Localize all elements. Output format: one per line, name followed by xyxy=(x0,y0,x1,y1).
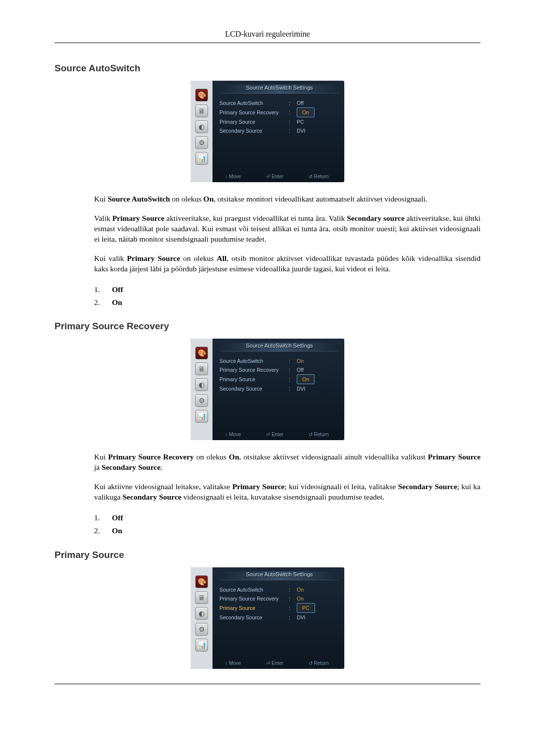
osd-setting-label: Primary Source xyxy=(219,117,289,126)
bold-text: Primary Source xyxy=(112,214,164,222)
osd-setting-row[interactable]: Source AutoSwitch:Off xyxy=(219,99,339,107)
osd-title: Source AutoSwitch Settings xyxy=(219,343,339,352)
bold-text: Secondary Source xyxy=(122,493,181,501)
osd-setting-label: Primary Source xyxy=(219,604,289,612)
osd-footer: ↕ Move⏎ Enter↺ Return xyxy=(213,432,341,437)
osd-menu-icon[interactable]: 📊 xyxy=(195,152,208,165)
colon: : xyxy=(289,117,294,126)
list-marker: 2. xyxy=(94,524,103,537)
osd-menu-icon[interactable]: 🖥 xyxy=(195,104,208,117)
list-item-label: Off xyxy=(112,511,123,524)
section-heading: Primary Source xyxy=(54,550,481,560)
osd-setting-value: On xyxy=(294,594,339,603)
colon: : xyxy=(289,126,294,135)
list-marker: 1. xyxy=(94,283,103,296)
bold-text: Primary Source xyxy=(127,254,180,262)
list-item: 1.Off xyxy=(94,511,481,524)
osd-setting-row[interactable]: Source AutoSwitch:On xyxy=(219,585,339,594)
osd-setting-value: PC xyxy=(294,117,339,126)
osd-setting-row[interactable]: Primary Source:On xyxy=(219,374,339,384)
bold-text: Source AutoSwitch xyxy=(107,195,170,203)
move-hint: ↕ Move xyxy=(225,174,241,179)
colon: : xyxy=(289,108,294,117)
bold-text: On xyxy=(204,195,214,203)
osd-setting-value: PC xyxy=(294,603,339,613)
osd-setting-value: On xyxy=(294,356,339,365)
osd-setting-label: Primary Source Recovery xyxy=(219,108,289,117)
osd-setting-label: Source AutoSwitch xyxy=(219,356,289,365)
colon: : xyxy=(289,99,294,107)
osd-menu-icon[interactable]: 🎨 xyxy=(195,575,208,588)
osd-main: Source AutoSwitch SettingsSource AutoSwi… xyxy=(213,567,344,669)
colon: : xyxy=(289,356,294,365)
osd-footer: ↕ Move⏎ Enter↺ Return xyxy=(213,174,341,179)
bold-text: Secondary source xyxy=(347,214,404,222)
osd-setting-row[interactable]: Secondary Source:DVI xyxy=(219,126,339,135)
bold-text: Secondary Source xyxy=(102,463,160,471)
list-item: 2.On xyxy=(94,296,481,309)
osd-menu-icon[interactable]: ◐ xyxy=(195,120,208,133)
osd-menu-icon[interactable]: 🎨 xyxy=(195,89,208,101)
osd-menu-icon[interactable]: 🖥 xyxy=(195,362,208,375)
osd-main: Source AutoSwitch SettingsSource AutoSwi… xyxy=(213,81,344,182)
osd-title: Source AutoSwitch Settings xyxy=(219,571,339,580)
osd-setting-label: Primary Source Recovery xyxy=(219,594,289,603)
osd-setting-label: Secondary Source xyxy=(219,613,289,622)
body-paragraph: Kui Primary Source Recovery on olekus On… xyxy=(94,452,481,473)
osd-setting-row[interactable]: Secondary Source:DVI xyxy=(219,613,339,622)
osd-setting-label: Secondary Source xyxy=(219,384,289,393)
body-paragraph: Valik Primary Source aktiveeritakse, kui… xyxy=(94,213,481,245)
osd-setting-label: Secondary Source xyxy=(219,126,289,135)
return-hint: ↺ Return xyxy=(309,174,329,179)
osd-menu-icon[interactable]: ◐ xyxy=(195,607,208,620)
osd-panel: 🎨🖥◐⚙📊Source AutoSwitch SettingsSource Au… xyxy=(191,81,344,182)
osd-setting-value: Off xyxy=(294,365,339,374)
osd-setting-row[interactable]: Primary Source Recovery:On xyxy=(219,594,339,603)
osd-setting-row[interactable]: Primary Source Recovery:Off xyxy=(219,365,339,374)
list-marker: 2. xyxy=(94,296,103,309)
osd-menu-icon[interactable]: 🎨 xyxy=(195,347,208,359)
osd-setting-value: Off xyxy=(294,99,339,107)
body-paragraph: Kui valik Primary Source on olekus All, … xyxy=(94,253,481,274)
osd-setting-value: On xyxy=(294,107,339,117)
osd-setting-row[interactable]: Primary Source:PC xyxy=(219,603,339,613)
osd-menu-icon[interactable]: 📊 xyxy=(195,639,208,652)
osd-title: Source AutoSwitch Settings xyxy=(219,85,339,94)
colon: : xyxy=(289,384,294,393)
enter-hint: ⏎ Enter xyxy=(266,660,283,666)
footer-rule xyxy=(54,684,481,684)
osd-menu-icon[interactable]: 🖥 xyxy=(195,591,208,604)
return-hint: ↺ Return xyxy=(309,432,329,437)
bold-text: Primary Source xyxy=(232,482,285,491)
osd-menu-icon[interactable]: ⚙ xyxy=(195,623,208,636)
osd-menu-icon[interactable]: ⚙ xyxy=(195,136,208,149)
colon: : xyxy=(289,585,294,594)
body-paragraph: Kui Source AutoSwitch on olekus On, otsi… xyxy=(94,194,481,204)
enter-hint: ⏎ Enter xyxy=(266,432,283,437)
osd-setting-row[interactable]: Source AutoSwitch:On xyxy=(219,356,339,365)
move-hint: ↕ Move xyxy=(225,432,241,437)
enter-hint: ⏎ Enter xyxy=(266,174,283,179)
osd-main: Source AutoSwitch SettingsSource AutoSwi… xyxy=(213,339,344,440)
osd-panel: 🎨🖥◐⚙📊Source AutoSwitch SettingsSource Au… xyxy=(191,567,344,669)
move-hint: ↕ Move xyxy=(225,660,241,666)
osd-setting-row[interactable]: Secondary Source:DVI xyxy=(219,384,339,393)
section-heading: Source AutoSwitch xyxy=(54,63,481,74)
colon: : xyxy=(289,365,294,374)
osd-setting-label: Primary Source Recovery xyxy=(219,365,289,374)
colon: : xyxy=(289,613,294,622)
osd-setting-label: Primary Source xyxy=(219,375,289,384)
bold-text: Primary Source Recovery xyxy=(108,453,194,461)
osd-menu-icon[interactable]: ⚙ xyxy=(195,394,208,407)
osd-sidebar: 🎨🖥◐⚙📊 xyxy=(191,81,213,182)
list-item-label: Off xyxy=(112,283,123,296)
bold-text: All xyxy=(217,254,227,262)
osd-setting-value: DVI xyxy=(294,613,339,622)
osd-setting-row[interactable]: Primary Source Recovery:On xyxy=(219,107,339,117)
bold-text: Secondary Source xyxy=(398,482,457,491)
option-list: 1.Off2.On xyxy=(94,283,481,309)
osd-menu-icon[interactable]: ◐ xyxy=(195,378,208,391)
osd-setting-label: Source AutoSwitch xyxy=(219,99,289,107)
osd-setting-row[interactable]: Primary Source:PC xyxy=(219,117,339,126)
osd-menu-icon[interactable]: 📊 xyxy=(195,410,208,423)
